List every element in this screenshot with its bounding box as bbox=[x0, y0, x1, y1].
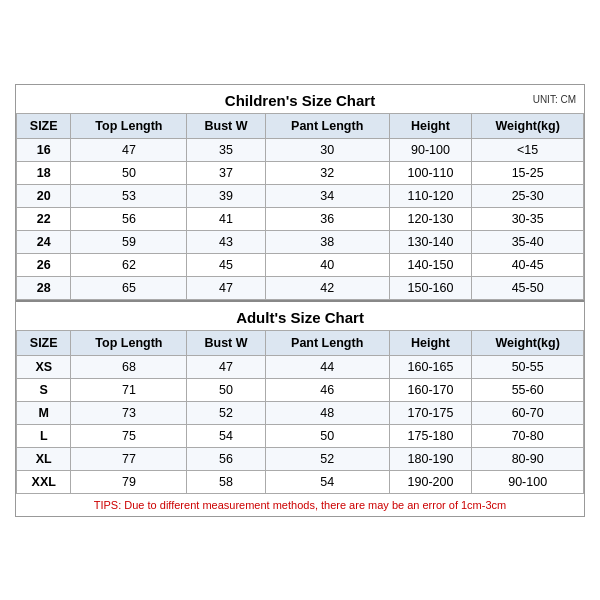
data-cell: 47 bbox=[187, 276, 265, 299]
col-pant-length-adult: Pant Length bbox=[265, 330, 389, 355]
data-cell: 71 bbox=[71, 378, 187, 401]
data-cell: 37 bbox=[187, 161, 265, 184]
data-cell: 32 bbox=[265, 161, 389, 184]
data-cell: 42 bbox=[265, 276, 389, 299]
data-cell: 39 bbox=[187, 184, 265, 207]
adult-size-table: SIZE Top Length Bust W Pant Length Heigh… bbox=[16, 330, 584, 494]
data-cell: 160-165 bbox=[389, 355, 472, 378]
children-table-header: SIZE Top Length Bust W Pant Length Heigh… bbox=[17, 113, 584, 138]
table-row: 28654742150-16045-50 bbox=[17, 276, 584, 299]
data-cell: 54 bbox=[187, 424, 265, 447]
table-row: 26624540140-15040-45 bbox=[17, 253, 584, 276]
data-cell: 75 bbox=[71, 424, 187, 447]
table-row: XS684744160-16550-55 bbox=[17, 355, 584, 378]
size-cell: 20 bbox=[17, 184, 71, 207]
data-cell: 50 bbox=[71, 161, 187, 184]
children-section-title: Children's Size Chart UNIT: CM bbox=[16, 85, 584, 113]
data-cell: 45 bbox=[187, 253, 265, 276]
col-top-length: Top Length bbox=[71, 113, 187, 138]
data-cell: 45-50 bbox=[472, 276, 584, 299]
data-cell: 100-110 bbox=[389, 161, 472, 184]
table-row: 1647353090-100<15 bbox=[17, 138, 584, 161]
data-cell: 48 bbox=[265, 401, 389, 424]
data-cell: 140-150 bbox=[389, 253, 472, 276]
data-cell: 170-175 bbox=[389, 401, 472, 424]
data-cell: 54 bbox=[265, 470, 389, 493]
col-pant-length: Pant Length bbox=[265, 113, 389, 138]
data-cell: 38 bbox=[265, 230, 389, 253]
data-cell: 65 bbox=[71, 276, 187, 299]
data-cell: 60-70 bbox=[472, 401, 584, 424]
data-cell: 79 bbox=[71, 470, 187, 493]
col-size-adult: SIZE bbox=[17, 330, 71, 355]
table-row: M735248170-17560-70 bbox=[17, 401, 584, 424]
size-cell: 24 bbox=[17, 230, 71, 253]
col-bust-w: Bust W bbox=[187, 113, 265, 138]
data-cell: 175-180 bbox=[389, 424, 472, 447]
size-chart-container: Children's Size Chart UNIT: CM SIZE Top … bbox=[15, 84, 585, 517]
data-cell: 35-40 bbox=[472, 230, 584, 253]
data-cell: 30 bbox=[265, 138, 389, 161]
size-cell: 28 bbox=[17, 276, 71, 299]
size-cell: M bbox=[17, 401, 71, 424]
col-weight-adult: Weight(kg) bbox=[472, 330, 584, 355]
data-cell: 90-100 bbox=[389, 138, 472, 161]
data-cell: 70-80 bbox=[472, 424, 584, 447]
data-cell: 58 bbox=[187, 470, 265, 493]
col-top-length-adult: Top Length bbox=[71, 330, 187, 355]
children-size-table: SIZE Top Length Bust W Pant Length Heigh… bbox=[16, 113, 584, 300]
data-cell: 44 bbox=[265, 355, 389, 378]
data-cell: 47 bbox=[187, 355, 265, 378]
data-cell: 25-30 bbox=[472, 184, 584, 207]
table-row: 20533934110-12025-30 bbox=[17, 184, 584, 207]
adult-table-header: SIZE Top Length Bust W Pant Length Heigh… bbox=[17, 330, 584, 355]
data-cell: 62 bbox=[71, 253, 187, 276]
data-cell: 68 bbox=[71, 355, 187, 378]
table-row: L755450175-18070-80 bbox=[17, 424, 584, 447]
col-weight: Weight(kg) bbox=[472, 113, 584, 138]
data-cell: 73 bbox=[71, 401, 187, 424]
data-cell: 52 bbox=[265, 447, 389, 470]
table-row: XXL795854190-20090-100 bbox=[17, 470, 584, 493]
adult-section-title: Adult's Size Chart bbox=[16, 300, 584, 330]
size-cell: S bbox=[17, 378, 71, 401]
data-cell: 190-200 bbox=[389, 470, 472, 493]
data-cell: 15-25 bbox=[472, 161, 584, 184]
data-cell: 36 bbox=[265, 207, 389, 230]
data-cell: 52 bbox=[187, 401, 265, 424]
size-cell: XXL bbox=[17, 470, 71, 493]
data-cell: 77 bbox=[71, 447, 187, 470]
size-cell: 22 bbox=[17, 207, 71, 230]
unit-label: UNIT: CM bbox=[533, 93, 576, 104]
col-size: SIZE bbox=[17, 113, 71, 138]
data-cell: 180-190 bbox=[389, 447, 472, 470]
data-cell: <15 bbox=[472, 138, 584, 161]
data-cell: 34 bbox=[265, 184, 389, 207]
children-title-text: Children's Size Chart bbox=[225, 92, 375, 109]
size-cell: 26 bbox=[17, 253, 71, 276]
data-cell: 59 bbox=[71, 230, 187, 253]
data-cell: 120-130 bbox=[389, 207, 472, 230]
data-cell: 43 bbox=[187, 230, 265, 253]
col-bust-w-adult: Bust W bbox=[187, 330, 265, 355]
size-cell: 16 bbox=[17, 138, 71, 161]
data-cell: 50-55 bbox=[472, 355, 584, 378]
data-cell: 50 bbox=[265, 424, 389, 447]
data-cell: 53 bbox=[71, 184, 187, 207]
data-cell: 160-170 bbox=[389, 378, 472, 401]
data-cell: 47 bbox=[71, 138, 187, 161]
data-cell: 110-120 bbox=[389, 184, 472, 207]
data-cell: 150-160 bbox=[389, 276, 472, 299]
table-row: S715046160-17055-60 bbox=[17, 378, 584, 401]
size-cell: XS bbox=[17, 355, 71, 378]
adult-title-text: Adult's Size Chart bbox=[236, 309, 364, 326]
data-cell: 130-140 bbox=[389, 230, 472, 253]
data-cell: 30-35 bbox=[472, 207, 584, 230]
col-height-adult: Height bbox=[389, 330, 472, 355]
col-height: Height bbox=[389, 113, 472, 138]
size-cell: XL bbox=[17, 447, 71, 470]
data-cell: 40 bbox=[265, 253, 389, 276]
data-cell: 90-100 bbox=[472, 470, 584, 493]
data-cell: 50 bbox=[187, 378, 265, 401]
size-cell: 18 bbox=[17, 161, 71, 184]
